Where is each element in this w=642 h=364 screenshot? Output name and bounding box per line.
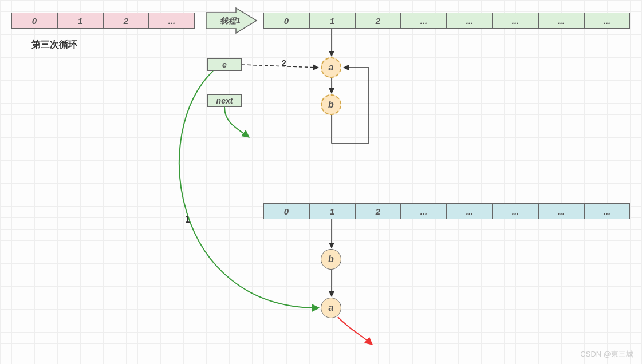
node-b-bottom: b [321, 249, 341, 270]
svg-text:线程1: 线程1 [219, 16, 241, 25]
blue-array-cell: 0 [263, 203, 309, 219]
pink-array-cell: 2 [103, 13, 149, 29]
attribution-label: CSDN @東三城 [580, 349, 633, 359]
node-b-top: b [321, 94, 341, 115]
edge-label-1: 1 [185, 215, 190, 225]
green-array-cell: 1 [309, 13, 355, 29]
green-array-cell: 0 [263, 13, 309, 29]
thread-arrow-icon: 线程1 [206, 8, 257, 33]
node-a-top: a [321, 57, 341, 78]
green-array-cell: ... [584, 13, 630, 29]
green-array-cell: ... [538, 13, 584, 29]
svg-line-3 [242, 65, 318, 68]
pointer-e-box: e [207, 58, 242, 71]
pink-array-cell: 0 [11, 13, 57, 29]
blue-array-cell: ... [493, 203, 538, 219]
blue-array-cell: ... [401, 203, 447, 219]
blue-array-cell: ... [447, 203, 493, 219]
green-array-cell: 2 [355, 13, 401, 29]
green-array-cell: ... [401, 13, 447, 29]
edge-label-2: 2 [282, 58, 286, 68]
pink-array-cell: ... [149, 13, 195, 29]
green-array-cell: ... [447, 13, 493, 29]
node-a-bottom: a [321, 298, 341, 318]
pointer-next-box: next [207, 94, 242, 107]
green-array-cell: ... [493, 13, 538, 29]
blue-array-cell: ... [538, 203, 584, 219]
blue-array-cell: 1 [309, 203, 355, 219]
title-label: 第三次循环 [31, 39, 77, 51]
blue-array-cell: 2 [355, 203, 401, 219]
pink-array-cell: 1 [57, 13, 103, 29]
blue-array-cell: ... [584, 203, 630, 219]
